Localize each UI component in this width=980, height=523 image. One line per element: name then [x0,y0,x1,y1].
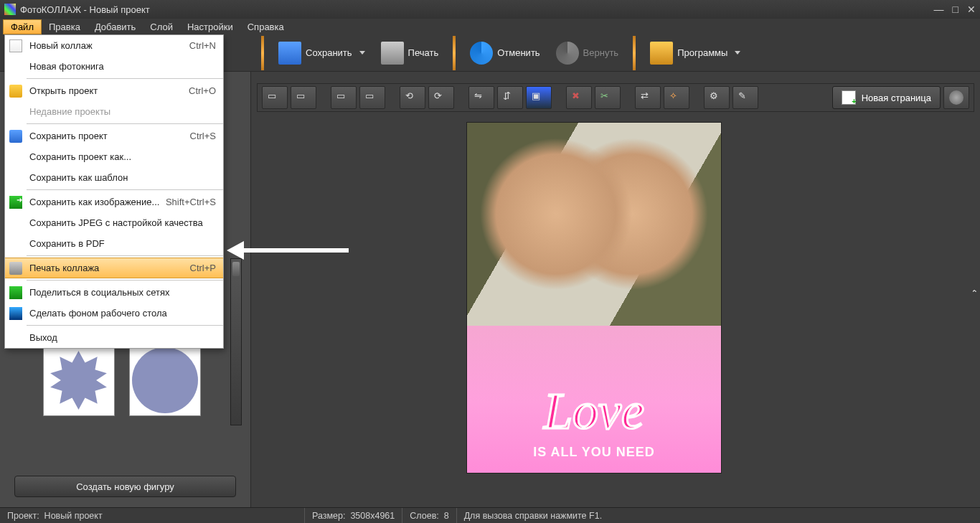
shape-item[interactable] [129,344,201,416]
status-project-label: Проект: [7,511,39,521]
menu-help[interactable]: Справка [240,20,291,34]
status-bar: Проект: Новый проект Размер: 3508x4961 С… [0,507,980,523]
undo-icon [470,42,493,65]
swap-button[interactable]: ⇄ [635,86,661,109]
menu-item-recent: Недавние проекты [5,101,223,122]
canvas-toolstrip: ▭ ▭ ▭ ▭ ⟲ ⟳ ⇋ ⇵ ▣ ✖ ✂ ⇄ ✧ ⚙ ✎ [257,83,974,112]
send-backward-icon: ▭ [296,90,311,105]
redo-icon [556,42,579,65]
menu-item-save-as[interactable]: Сохранить проект как... [5,146,223,167]
menubar: Файл Правка Добавить Слой Настройки Спра… [0,19,980,34]
crop-button[interactable]: ✂ [595,86,621,109]
chevron-down-icon [359,51,365,55]
menu-item-share-social[interactable]: Поделиться в социальных сетях [5,282,223,303]
layer-forward-button[interactable]: ▭ [331,86,357,109]
programs-icon [650,42,673,65]
toolbar-programs-label: Программы [677,47,727,58]
delete-icon: ✖ [572,90,586,105]
status-help-hint: Для вызова справки нажмите F1. [457,508,609,523]
menu-item-save-template[interactable]: Сохранить как шаблон [5,167,223,188]
menu-separator [27,189,223,190]
menu-separator [27,280,223,281]
brush-icon: ✎ [738,90,753,105]
rotate-right-button[interactable]: ⟳ [428,86,454,109]
save-icon [9,130,22,143]
menu-item-print-collage[interactable]: Печать коллажа Ctrl+P [5,258,223,278]
toolbar-print[interactable]: Печать [377,42,443,65]
menu-item-new-photobook[interactable]: Новая фотокнига [5,56,223,77]
new-page-button[interactable]: Новая страница [832,86,941,109]
toolbar-separator [633,36,636,70]
menu-item-new-collage[interactable]: Новый коллаж Ctrl+N [5,35,223,56]
menu-item-save-jpeg[interactable]: Сохранить JPEG с настройкой качества [5,212,223,233]
fit-button[interactable]: ▣ [526,86,552,109]
magic-button[interactable]: ✧ [664,86,689,109]
canvas-text-love: Love [467,382,721,441]
toolbar-undo[interactable]: Отменить [466,42,544,65]
menu-separator [27,325,223,326]
settings-button[interactable]: ⚙ [704,86,730,109]
gear-icon: ⚙ [710,90,724,105]
new-file-icon [9,39,22,52]
status-layers: Слоев: 8 [402,508,456,523]
layer-backward-button[interactable]: ▭ [291,86,316,109]
canvas-text-sub: IS ALL YOU NEED [467,445,721,460]
rotate-left-icon: ⟲ [405,90,420,105]
toolbar-redo[interactable]: Вернуть [552,42,623,65]
menu-settings[interactable]: Настройки [180,20,240,34]
new-page-icon [842,90,856,105]
layer-front-button[interactable]: ▭ [359,86,385,109]
layer-back-button[interactable]: ▭ [262,86,288,109]
status-project: Проект: Новый проект [0,508,305,523]
menu-item-open-project[interactable]: Открыть проект Ctrl+O [5,80,223,101]
new-page-label: Новая страница [862,93,931,103]
toolbar-save-label: Сохранить [306,47,352,58]
status-size: Размер: 3508x4961 [305,508,402,523]
flip-v-button[interactable]: ⇵ [497,86,523,109]
status-layers-value: 8 [444,511,449,521]
page-settings-button[interactable] [943,86,969,109]
status-size-value: 3508x4961 [350,511,395,521]
menu-item-save-image[interactable]: Сохранить как изображение... Shift+Ctrl+… [5,192,223,212]
right-edge-grips[interactable]: ‹ ‹ ‹ [971,289,979,290]
toolbar-save[interactable]: Сохранить [274,42,369,65]
menu-item-exit[interactable]: Выход [5,327,223,348]
menu-edit[interactable]: Правка [42,20,88,34]
canvas-image [467,123,721,326]
minimize-button[interactable]: — [934,4,944,15]
menu-item-save-project[interactable]: Сохранить проект Ctrl+S [5,126,223,146]
folder-icon [9,85,22,98]
menu-add[interactable]: Добавить [88,20,143,34]
scrollbar[interactable] [230,258,242,425]
canvas-area: ▭ ▭ ▭ ▭ ⟲ ⟳ ⇋ ⇵ ▣ ✖ ✂ ⇄ ✧ ⚙ ✎ [251,72,980,507]
shape-item[interactable] [43,344,115,416]
save-icon [278,42,301,65]
bring-forward-icon: ▭ [336,90,351,105]
flip-h-button[interactable]: ⇋ [468,86,494,109]
rotate-left-button[interactable]: ⟲ [400,86,425,109]
flip-horizontal-icon: ⇋ [474,90,489,105]
collage-canvas[interactable]: Love IS ALL YOU NEED [466,122,722,473]
maximize-button[interactable]: □ [953,4,958,15]
create-shape-button[interactable]: Создать новую фигуру [14,476,236,497]
close-button[interactable]: ✕ [967,4,976,15]
toolbar-print-label: Печать [408,47,439,58]
page-gear-icon [949,90,963,105]
menu-separator [27,78,223,79]
window-titlebar: ФотоКОЛЛАЖ - Новый проект — □ ✕ [0,0,980,19]
toolbar-programs[interactable]: Программы [646,42,745,65]
brush-button[interactable]: ✎ [732,86,758,109]
chevron-down-icon [735,51,740,55]
send-back-icon: ▭ [268,90,282,105]
menu-file[interactable]: Файл [3,19,42,34]
fit-icon: ▣ [532,90,546,105]
delete-button[interactable]: ✖ [566,86,592,109]
app-icon [4,4,16,15]
magic-icon: ✧ [669,90,684,105]
crop-icon: ✂ [600,90,615,105]
printer-icon [9,262,22,275]
menu-item-set-wallpaper[interactable]: Сделать фоном рабочего стола [5,303,223,324]
status-layers-label: Слоев: [410,511,438,521]
menu-layer[interactable]: Слой [143,20,180,34]
menu-item-save-pdf[interactable]: Сохранить в PDF [5,233,223,254]
